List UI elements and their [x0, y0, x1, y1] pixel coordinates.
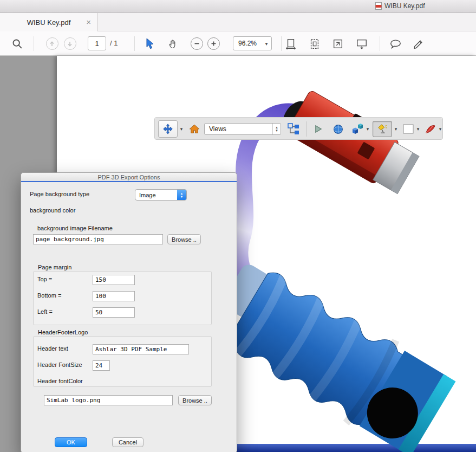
actual-size-button[interactable]	[331, 31, 344, 56]
page-total-label: / 1	[110, 39, 118, 47]
acrobat-window: WIBU Key.pdf WIBU Key.pdf × /	[0, 0, 476, 452]
pan-dropdown-caret[interactable]: ▾	[179, 118, 184, 140]
chevron-down-icon: ▾	[395, 126, 397, 132]
3d-render-mode-button[interactable]	[331, 118, 345, 140]
window-title-text: WIBU Key.pdf	[384, 2, 425, 10]
window-title: WIBU Key.pdf	[375, 2, 425, 10]
document-area: ▾ Views ▲ ▼	[0, 56, 476, 452]
search-icon	[11, 38, 23, 50]
background-image-filename-input[interactable]	[33, 234, 163, 244]
toolbar-separator	[134, 36, 135, 51]
bottom-margin-input[interactable]	[93, 291, 135, 301]
logo-filename-input[interactable]	[44, 395, 173, 405]
3d-pan-button[interactable]	[157, 118, 179, 140]
extras-dropdown-caret[interactable]: ▾	[365, 118, 370, 140]
arrow-up-icon	[46, 37, 58, 50]
chevron-down-icon: ▾	[417, 126, 420, 132]
model-tree-icon	[287, 122, 300, 135]
header-text-input[interactable]	[93, 344, 189, 354]
toolbar-separator	[281, 36, 282, 51]
3d-views-dropdown[interactable]: Views ▲ ▼	[204, 123, 281, 135]
page-background-type-value: Image	[135, 192, 177, 198]
page-margin-group-label: Page margin	[36, 264, 73, 270]
chevron-down-icon: ▾	[180, 126, 183, 132]
fit-page-icon	[309, 37, 321, 50]
3d-toolbar: ▾ Views ▲ ▼	[154, 117, 443, 140]
stepper-down-icon: ▼	[275, 129, 278, 132]
dialog-title: PDF 3D Export Options	[21, 173, 237, 182]
color-swatch-icon	[403, 124, 414, 134]
page-background-type-dropdown[interactable]: Image ▲ ▼	[135, 189, 187, 201]
header-fontsize-label: Header FontSize	[37, 361, 82, 368]
search-button[interactable]	[11, 31, 24, 56]
pan-arrows-icon	[162, 123, 174, 135]
document-tab[interactable]: WIBU Key.pdf ×	[0, 13, 98, 31]
page-scroll-icon	[285, 37, 297, 50]
main-toolbar: / 1 96.2% ▾	[0, 31, 476, 56]
3d-lighting-button[interactable]	[371, 118, 393, 140]
fit-width-icon	[356, 37, 368, 50]
top-margin-label: Top =	[37, 276, 52, 282]
toolbar-separator	[34, 36, 34, 51]
cursor-icon	[145, 38, 155, 50]
zoom-in-button[interactable]	[207, 31, 220, 56]
lighting-dropdown-caret[interactable]: ▾	[393, 118, 399, 140]
header-fontsize-input[interactable]	[93, 360, 110, 371]
stepper-icon: ▲ ▼	[272, 124, 281, 134]
pencil-icon	[413, 38, 425, 50]
hand-icon	[168, 38, 179, 50]
expand-icon	[332, 37, 344, 50]
chevron-down-icon: ▾	[367, 126, 369, 132]
arrow-down-icon	[64, 37, 76, 50]
page-background-type-label: Page background type	[30, 191, 89, 197]
comment-button[interactable]	[389, 31, 402, 56]
sphere-icon	[332, 124, 344, 135]
tab-close-icon[interactable]: ×	[86, 17, 91, 27]
usb-dongle-blue	[201, 253, 458, 452]
3d-background-color-button[interactable]	[401, 118, 415, 140]
chevron-down-icon: ▾	[262, 41, 271, 47]
page-scrolling-view-button[interactable]	[284, 31, 297, 56]
highlight-button[interactable]	[412, 31, 425, 56]
left-margin-input[interactable]	[93, 307, 135, 318]
toolbar-separator	[307, 121, 307, 137]
window-titlebar: WIBU Key.pdf	[0, 0, 476, 13]
browse-background-image-button[interactable]: Browse ..	[167, 234, 201, 244]
zoom-level-value: 96.2%	[233, 40, 262, 47]
fit-width-button[interactable]	[355, 31, 368, 56]
ok-button[interactable]: OK	[55, 437, 87, 447]
pdf-file-icon	[375, 2, 382, 10]
select-tool-button[interactable]	[144, 31, 157, 56]
stepper-icon: ▲ ▼	[177, 190, 186, 200]
3d-extras-button[interactable]	[350, 118, 365, 140]
zoom-out-button[interactable]	[190, 31, 203, 56]
top-margin-input[interactable]	[93, 275, 135, 285]
3d-model-tree-button[interactable]	[286, 118, 301, 140]
3d-home-view-button[interactable]	[187, 118, 201, 140]
speech-bubble-icon	[389, 38, 402, 50]
zoom-level-dropdown[interactable]: 96.2% ▾	[233, 36, 272, 50]
fit-one-page-button[interactable]	[308, 31, 321, 56]
pdf-3d-export-options-dialog: PDF 3D Export Options Page background ty…	[21, 172, 237, 452]
minus-icon	[191, 37, 203, 50]
lamp-icon	[376, 123, 388, 135]
header-text-label: Header text	[37, 345, 68, 352]
3d-play-animation-button[interactable]	[311, 118, 325, 140]
page-number-input[interactable]	[88, 36, 106, 50]
cross-section-icon	[425, 124, 436, 134]
stepper-down-icon: ▼	[180, 195, 183, 198]
header-footer-logo-group-label: HeaderFooterLogo	[36, 329, 89, 335]
cancel-button[interactable]: Cancel	[112, 437, 144, 447]
background-dropdown-caret[interactable]: ▾	[415, 118, 421, 140]
3d-cross-section-button[interactable]	[423, 118, 438, 140]
plus-icon	[207, 37, 220, 50]
next-page-button[interactable]	[63, 31, 76, 56]
background-image-filename-label: background image Filename	[37, 225, 113, 231]
left-margin-label: Left =	[37, 308, 53, 315]
browse-logo-button[interactable]: Browse ..	[178, 395, 212, 405]
cross-section-dropdown-caret[interactable]: ▾	[438, 118, 443, 140]
cubes-icon	[351, 122, 364, 135]
hand-tool-button[interactable]	[167, 31, 180, 56]
chevron-down-icon: ▾	[439, 126, 442, 132]
previous-page-button[interactable]	[45, 31, 58, 56]
